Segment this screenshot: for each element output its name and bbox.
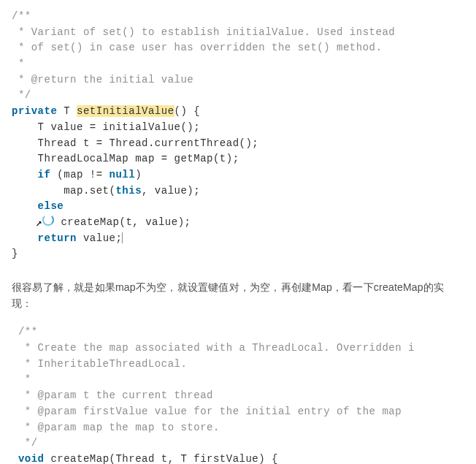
text-cursor-icon <box>122 232 123 243</box>
comment-line: */ <box>12 437 38 449</box>
comment-line: * @param map the map to store. <box>12 422 220 433</box>
comment-line: * Variant of set() to establish initialV… <box>12 26 395 38</box>
code-text: (map != <box>50 169 109 180</box>
comment-line: * <box>12 58 25 69</box>
code-text: () { <box>174 105 201 117</box>
keyword-if: if <box>38 169 51 180</box>
code-text: ) <box>135 169 142 180</box>
code-text: value; <box>77 232 122 244</box>
cursor-with-spinner-icon <box>38 216 48 227</box>
comment-line: * @param firstValue value for the initia… <box>12 406 402 417</box>
keyword-return: return <box>38 232 77 244</box>
code-text: createMap(t, value); <box>48 216 191 228</box>
code-text: } <box>12 248 18 259</box>
method-name-highlight: setInitialValue <box>77 105 174 117</box>
code-block-2: /** * Create the map associated with a T… <box>12 324 464 464</box>
keyword-void: void <box>18 453 45 464</box>
comment-line: * of set() in case user has overridden t… <box>12 42 382 53</box>
keyword-else: else <box>38 200 64 212</box>
code-line: ThreadLocalMap map = getMap(t); <box>12 153 239 164</box>
code-text: , value); <box>142 185 200 197</box>
comment-line: * <box>12 373 31 385</box>
comment-line: /** <box>12 10 31 22</box>
comment-line: /** <box>12 326 38 338</box>
explanation-paragraph: 很容易了解，就是如果map不为空，就设置键值对，为空，再创建Map，看一下cre… <box>12 280 464 311</box>
code-text: map.set( <box>12 185 115 197</box>
comment-line: * Create the map associated with a Threa… <box>12 342 415 354</box>
comment-line: * @return the initial value <box>12 74 193 85</box>
code-block-1: /** * Variant of set() to establish init… <box>12 9 464 262</box>
comment-line: */ <box>12 89 31 101</box>
code-line: T value = initialValue(); <box>12 121 200 133</box>
comment-line: * InheritableThreadLocal. <box>12 358 187 370</box>
code-text: T <box>57 105 77 117</box>
keyword-null: null <box>110 169 136 180</box>
code-text: createMap(Thread t, T firstValue) { <box>45 453 278 464</box>
comment-line: * @param t the current thread <box>12 389 213 401</box>
keyword-this: this <box>115 185 142 197</box>
keyword-private: private <box>12 105 57 117</box>
code-line: Thread t = Thread.currentThread(); <box>12 137 258 149</box>
